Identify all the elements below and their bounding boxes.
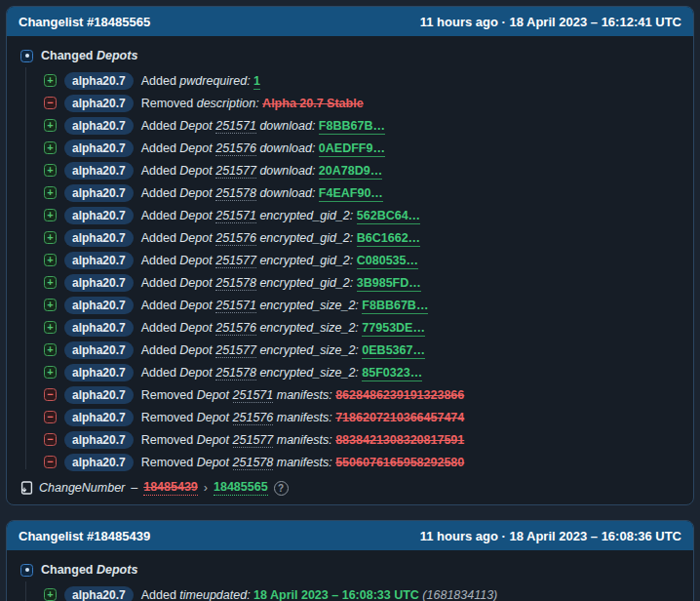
added-value-link[interactable]: 85F0323… [362,366,422,381]
depot-badge[interactable]: alpha20.7 [64,386,134,404]
change-key: description: [197,97,259,110]
depot-badge[interactable]: alpha20.7 [64,586,134,601]
added-value-link[interactable]: C080535… [357,254,418,269]
added-value-link[interactable]: F8BB67B… [319,119,385,135]
depot-badge[interactable]: alpha20.7 [64,184,134,202]
section-label: Changed Depots [41,563,137,577]
change-row: −alpha20.7Removed description: Alpha 20.… [44,92,681,114]
depot-badge[interactable]: alpha20.7 [64,454,134,471]
added-value-link[interactable]: 77953DE… [362,321,425,337]
change-row: +alpha20.7Added Depot 251578 download: F… [44,181,681,204]
depot-id: 251578 [215,186,256,201]
change-row-text: Added Depot 251576 encrypted_size_2: 779… [141,321,425,335]
changenumber-icon [20,481,33,495]
plus-icon: + [44,276,57,289]
changenumber-old-link[interactable]: 18485439 [143,480,198,496]
changelist-timestamp: 11 hours ago · 18 April 2023 – 16:12:41 … [420,15,681,29]
depot-badge[interactable]: alpha20.7 [64,117,134,135]
added-value-link[interactable]: 1 [253,74,260,90]
depot-badge[interactable]: alpha20.7 [64,364,134,381]
added-value-link[interactable]: 0AEDFF9… [319,141,385,157]
depot-badge[interactable]: alpha20.7 [64,140,134,157]
depot-badge[interactable]: alpha20.7 [64,431,134,449]
change-row: +alpha20.7Added Depot 251576 encrypted_g… [44,226,681,249]
action-label: Removed [141,411,194,424]
depot-badge[interactable]: alpha20.7 [64,252,134,269]
depot-id: 251571 [215,119,256,134]
action-label: Added [141,231,176,245]
removed-value: 5506076165958292580 [335,456,464,469]
change-row-text: Removed Depot 251577 manifests: 88384213… [141,433,465,447]
added-value-link[interactable]: 3B985FD… [357,276,421,292]
action-label: Removed [141,433,194,447]
change-row-text: Removed description: Alpha 20.7 Stable [141,97,364,110]
added-value-link[interactable]: 0EB5367… [362,343,425,359]
change-row-text: Added Depot 251577 encrypted_gid_2: C080… [141,254,418,267]
changelist-title[interactable]: Changelist #18485565 [19,15,150,29]
change-key: Depot 251577 encrypted_gid_2: [179,254,353,268]
changelist-card: Changelist #18485565 11 hours ago · 18 A… [6,6,694,505]
change-row: +alpha20.7Added Depot 251578 encrypted_g… [44,271,681,294]
depot-badge[interactable]: alpha20.7 [64,162,134,180]
removed-value: 8838421308320817591 [335,433,464,447]
change-key: timeupdated: [179,588,250,601]
plus-icon: + [44,209,57,221]
plus-icon: + [44,74,57,87]
depot-id: 251578 [215,276,256,291]
changelist-body: Changed Depots +alpha20.7Added pwdrequir… [7,36,693,504]
depot-badge[interactable]: alpha20.7 [64,319,134,337]
depot-id: 251571 [215,299,256,313]
plus-icon: + [44,321,57,334]
depot-id: 251577 [215,343,256,358]
action-label: Added [141,141,176,155]
action-label: Added [141,164,176,178]
change-key: Depot 251571 encrypted_gid_2: [179,209,353,223]
changelist-card: Changelist #18485439 11 hours ago · 18 A… [6,520,694,601]
action-label: Added [141,366,176,380]
change-key: Depot 251578 manifests: [197,456,332,470]
plus-icon: + [44,588,57,601]
change-rows: +alpha20.7Added pwdrequired: 1−alpha20.7… [44,69,681,473]
change-key: Depot 251578 encrypted_size_2: [179,366,359,381]
changelist-timestamp: 11 hours ago · 18 April 2023 – 16:08:36 … [420,529,681,543]
added-value-link[interactable]: 20A78D9… [319,164,382,180]
depot-id: 251571 [233,388,274,403]
depot-id: 251578 [215,366,256,381]
changenumber-footer: ChangeNumber – 18485439 › 18485565 ? [20,480,681,496]
depot-badge[interactable]: alpha20.7 [64,72,134,90]
plus-icon: + [44,254,57,266]
added-value-link[interactable]: 562BC64… [357,209,420,224]
depot-badge[interactable]: alpha20.7 [64,207,134,224]
change-key: Depot 251571 manifests: [197,388,332,403]
depot-change-icon [20,564,33,577]
change-key: Depot 251571 download: [179,119,315,134]
change-key: Depot 251577 manifests: [197,433,332,448]
change-row: +alpha20.7Added Depot 251577 encrypted_g… [44,249,681,271]
plus-icon: + [44,119,57,132]
added-value-link[interactable]: B6C1662… [357,231,420,247]
change-row-text: Added Depot 251578 download: F4EAF90… [141,186,383,200]
depot-badge[interactable]: alpha20.7 [64,229,134,247]
changelist-title[interactable]: Changelist #18485439 [19,529,150,543]
change-row-text: Removed Depot 251571 manifests: 86284862… [141,388,465,402]
plus-icon: + [44,186,57,199]
added-value-link[interactable]: F8BB67B… [362,299,428,314]
added-value-link[interactable]: F4EAF90… [319,186,383,202]
depot-badge[interactable]: alpha20.7 [64,274,134,292]
change-row-text: Added pwdrequired: 1 [141,74,260,88]
depot-badge[interactable]: alpha20.7 [64,409,134,426]
minus-icon: − [44,97,57,109]
change-row: −alpha20.7Removed Depot 251578 manifests… [44,451,681,473]
depot-id: 251571 [215,209,256,223]
depot-badge[interactable]: alpha20.7 [64,297,134,314]
depot-badge[interactable]: alpha20.7 [64,95,134,112]
added-value-link[interactable]: 18 April 2023 – 16:08:33 UTC [253,588,419,601]
minus-icon: − [44,433,57,446]
change-row-text: Added Depot 251576 download: 0AEDFF9… [141,141,385,155]
change-row-text: Added Depot 251578 encrypted_gid_2: 3B98… [141,276,421,290]
depot-badge[interactable]: alpha20.7 [64,341,134,359]
help-icon[interactable]: ? [274,481,289,496]
depot-id: 251577 [215,164,256,179]
changenumber-new-link[interactable]: 18485565 [214,480,268,496]
change-row-text: Added Depot 251577 download: 20A78D9… [141,164,382,178]
